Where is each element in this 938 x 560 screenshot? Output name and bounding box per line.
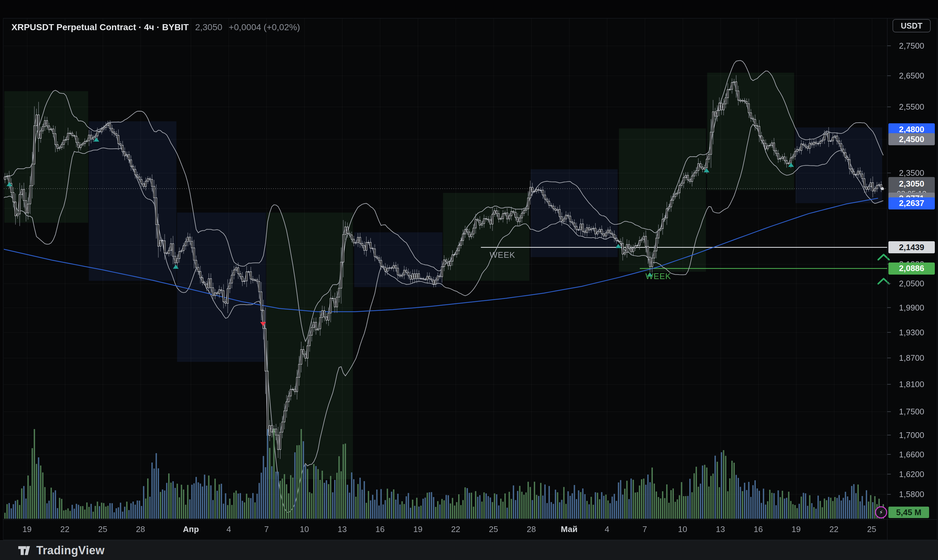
volume-value-label: 5,45 M [889,507,929,518]
week-line-label-green: WEEK [645,271,671,281]
y-axis-tick: 1,9300 [889,328,935,337]
footer-bar: TradingView [0,540,938,560]
x-axis-tick: 13 [716,525,725,534]
x-axis-tick: 16 [376,525,385,534]
symbol-title[interactable]: XRPUSDT Perpetual Contract · 4ч · BYBIT [11,22,189,32]
y-axis-tick: 1,8100 [889,380,935,388]
y-axis-tick: 2,7500 [889,42,935,50]
y-axis-tick: 1,6200 [889,470,935,478]
tradingview-logo-icon[interactable] [18,545,31,557]
x-axis-tick: 7 [264,525,269,534]
x-axis-tick: 22 [60,525,69,534]
x-axis-tick: 28 [136,525,145,534]
x-axis-tick: 16 [753,525,763,534]
currency-unit-button[interactable]: USDT [893,19,931,32]
x-axis-tick: Май [561,525,578,534]
x-axis-tick: 19 [23,525,32,534]
x-axis-tick: 19 [792,525,801,534]
x-axis-tick: 25 [489,525,498,534]
y-axis-tick: 2,5500 [889,103,935,111]
y-axis-tick: 2,0500 [889,279,935,288]
x-axis-tick: 19 [413,525,423,534]
y-axis-tick: 1,5800 [889,490,935,498]
x-axis-tick: Апр [183,525,199,534]
legend-change: +0,0004 (+0,02%) [229,22,300,32]
price-level-label: 2,2637 [889,197,935,209]
x-axis-tick: 7 [642,525,647,534]
price-level-label: 2,4500 [889,133,935,145]
x-axis-tick: 4 [605,525,609,534]
legend-last-price: 2,3050 [195,22,223,32]
x-axis-tick: 10 [300,525,309,534]
y-axis-tick: 1,7500 [889,408,935,416]
tradingview-brand-text[interactable]: TradingView [36,544,105,557]
week-line-label-gray: WEEK [490,250,515,260]
x-axis-tick: 28 [527,525,536,534]
x-axis-tick: 10 [678,525,687,534]
price-chart-canvas[interactable] [0,0,938,560]
y-axis-tick: 1,7000 [889,431,935,439]
price-level-label: 2,0886 [889,263,935,275]
x-axis-tick: 22 [451,525,461,534]
y-axis-tick: 1,8700 [889,354,935,362]
price-level-label: 2,1439 [889,241,935,253]
boost-flash-icon[interactable]: ⚡ [875,506,887,518]
x-axis-tick: 13 [338,525,347,534]
x-axis-tick: 25 [867,525,876,534]
x-axis-tick: 25 [98,525,107,534]
x-axis-tick: 22 [829,525,838,534]
y-axis-tick: 2,3500 [889,169,935,177]
y-axis-tick: 2,6500 [889,72,935,80]
x-axis-tick: 4 [226,525,231,534]
y-axis-tick: 1,6600 [889,450,935,458]
y-axis-tick: 1,9900 [889,303,935,312]
symbol-legend[interactable]: XRPUSDT Perpetual Contract · 4ч · BYBIT … [11,22,300,32]
